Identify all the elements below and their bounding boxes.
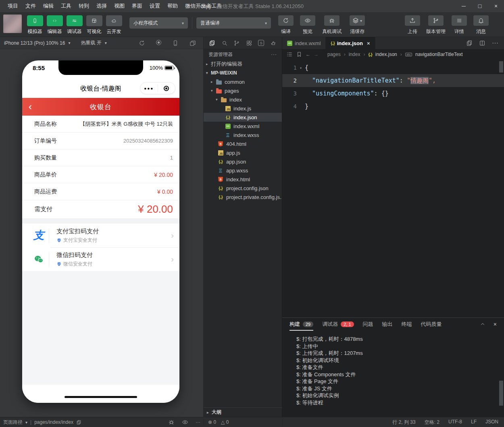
- editor-scrollbar[interactable]: [499, 61, 503, 73]
- breadcrumb-symbol[interactable]: navigationBarTitleText: [415, 52, 463, 57]
- tab-index-wxml[interactable]: </> index.wxml: [282, 37, 326, 49]
- eol-setting[interactable]: LF: [471, 419, 477, 426]
- wechat-pay-option[interactable]: 微信扫码支付 微信安全支付 ›: [22, 247, 179, 271]
- messages-button[interactable]: 消息: [470, 15, 492, 35]
- remote-debug-button[interactable]: 真机调试: [319, 15, 345, 35]
- hot-reload-toggle[interactable]: 热重载 开▾: [81, 39, 106, 46]
- eye-icon[interactable]: [182, 419, 188, 425]
- more-actions-icon[interactable]: ···: [492, 39, 498, 47]
- restart-icon[interactable]: [139, 40, 145, 46]
- project-root[interactable]: ▾ MP-WEIXIN: [204, 68, 282, 77]
- opened-editors-section[interactable]: ▸ 打开的编辑器: [204, 60, 282, 68]
- menu-goto[interactable]: 转到: [75, 2, 93, 10]
- file-index-json[interactable]: {..} index.json: [204, 113, 282, 122]
- menu-file[interactable]: 文件: [22, 2, 40, 10]
- minimize-button[interactable]: ─: [456, 0, 472, 12]
- file-app-js[interactable]: JS app.js: [204, 148, 282, 157]
- layout-columns-icon[interactable]: [479, 40, 485, 46]
- search-icon[interactable]: [221, 40, 228, 46]
- panel-tab-debugger[interactable]: 调试器 2, 1: [322, 318, 354, 331]
- debugger-toggle-button[interactable]: 调试器: [65, 15, 84, 35]
- bookmark-icon[interactable]: [296, 51, 302, 58]
- bug-icon[interactable]: [168, 419, 175, 425]
- breadcrumb-pages[interactable]: pages: [327, 52, 341, 57]
- split-editor-icon[interactable]: [466, 40, 473, 46]
- menu-interface[interactable]: 界面: [128, 2, 146, 10]
- fold-chevron-icon[interactable]: ▾: [297, 66, 305, 70]
- compile-button[interactable]: 编译: [275, 15, 297, 35]
- cascade-windows-icon[interactable]: [190, 40, 196, 46]
- menu-project[interactable]: 项目: [4, 2, 22, 10]
- nav-back-icon[interactable]: ←: [306, 52, 310, 57]
- menu-edit[interactable]: 编辑: [40, 2, 57, 10]
- more-menu-icon[interactable]: ●●●: [140, 86, 158, 91]
- outline-section[interactable]: ▸ 大纲: [204, 407, 282, 417]
- maximize-button[interactable]: □: [472, 0, 488, 12]
- close-button[interactable]: ×: [488, 0, 504, 12]
- nav-forward-icon[interactable]: →: [314, 52, 319, 57]
- preview-button[interactable]: 预览: [297, 15, 319, 35]
- close-tab-icon[interactable]: ×: [367, 40, 370, 46]
- page-path-value[interactable]: pages/index/index: [34, 419, 73, 425]
- visualization-button[interactable]: 可视化: [84, 15, 104, 35]
- indentation-setting[interactable]: 空格: 2: [425, 419, 439, 426]
- panel-tab-output[interactable]: 输出: [382, 318, 393, 331]
- breadcrumb-index[interactable]: index: [349, 52, 360, 57]
- mode-dropdown[interactable]: 小程序模式▾: [129, 17, 188, 29]
- cursor-position[interactable]: 行 2, 列 33: [392, 419, 415, 426]
- clear-cache-button[interactable]: ▾ 清缓存: [345, 15, 369, 35]
- back-chevron-icon[interactable]: ‹: [29, 102, 32, 112]
- panel-tab-build[interactable]: 构建 29: [289, 318, 313, 331]
- editor-toggle-button[interactable]: 编辑器: [45, 15, 65, 35]
- folder-common[interactable]: ▸ common: [204, 77, 282, 86]
- copy-icon[interactable]: [76, 420, 81, 425]
- menu-settings[interactable]: 设置: [146, 2, 164, 10]
- record-stop-icon[interactable]: [156, 40, 161, 45]
- compile-mode-dropdown[interactable]: 普通编译▾: [196, 17, 271, 29]
- file-project-private-config[interactable]: {..} project.private.config.js...: [204, 193, 282, 201]
- files-icon[interactable]: [209, 40, 215, 46]
- file-index-js[interactable]: JS index.js: [204, 104, 282, 113]
- console-scrollbar[interactable]: [499, 381, 503, 406]
- file-app-json[interactable]: {..} app.json: [204, 157, 282, 166]
- device-selector[interactable]: iPhone 12/13 (Pro) 100% 16▾: [4, 40, 70, 46]
- npm-icon[interactable]: S: [258, 40, 264, 46]
- menu-help[interactable]: 帮助: [164, 2, 181, 10]
- file-index-html[interactable]: 5 index.html: [204, 175, 282, 184]
- folder-index[interactable]: ▾ index: [204, 95, 282, 104]
- cloud-dev-button[interactable]: 云开发: [104, 15, 124, 35]
- folder-pages[interactable]: ▾ pages: [204, 86, 282, 95]
- tab-index-json[interactable]: {..} index.json ×: [326, 37, 375, 49]
- menu-select[interactable]: 选择: [93, 2, 110, 10]
- page-path-label[interactable]: 页面路径: [3, 419, 23, 426]
- chevron-up-icon[interactable]: [480, 321, 485, 328]
- code-editor[interactable]: 1 ▾ { 2 "navigationBarTitleText": "情趣阁",…: [282, 60, 504, 317]
- menu-view[interactable]: 视图: [110, 2, 128, 10]
- details-button[interactable]: 详情: [448, 15, 470, 35]
- language-mode[interactable]: JSON: [485, 419, 498, 426]
- breadcrumb-index-json[interactable]: index.json: [375, 52, 397, 57]
- file-404-html[interactable]: 5 404.html: [204, 139, 282, 148]
- file-app-wxss[interactable]: Ξ app.wxss: [204, 166, 282, 175]
- version-control-button[interactable]: 版本管理: [423, 15, 448, 35]
- avatar[interactable]: [3, 15, 22, 33]
- teapot-icon[interactable]: [270, 40, 277, 46]
- git-branch-icon[interactable]: [233, 40, 240, 46]
- file-index-wxss[interactable]: Ξ index.wxss: [204, 131, 282, 139]
- outline-list-icon[interactable]: [286, 51, 293, 58]
- panel-tab-problems[interactable]: 问题: [363, 318, 373, 331]
- exit-target-icon[interactable]: [158, 86, 175, 91]
- warnings-indicator[interactable]: △ 0: [221, 419, 229, 425]
- more-actions-icon[interactable]: ···: [196, 419, 200, 425]
- more-actions-icon[interactable]: ···: [271, 52, 277, 57]
- panel-tab-terminal[interactable]: 终端: [402, 318, 412, 331]
- upload-button[interactable]: 上传: [402, 15, 423, 35]
- extensions-icon[interactable]: [246, 40, 252, 46]
- panel-tab-code-quality[interactable]: 代码质量: [421, 318, 442, 331]
- file-index-wxml[interactable]: </> index.wxml: [204, 122, 282, 131]
- close-panel-icon[interactable]: ×: [494, 321, 497, 328]
- errors-indicator[interactable]: ⊗ 0: [208, 419, 216, 425]
- menu-tools[interactable]: 工具: [57, 2, 75, 10]
- alipay-pay-option[interactable]: 支 支付宝扫码支付 支付宝安全支付 ›: [22, 224, 179, 247]
- simulator-toggle-button[interactable]: 模拟器: [25, 15, 45, 35]
